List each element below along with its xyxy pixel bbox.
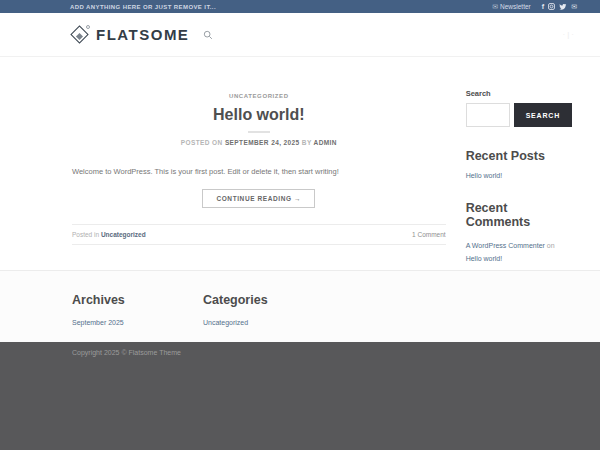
facebook-icon[interactable]: f: [542, 3, 544, 10]
continue-reading-button[interactable]: CONTINUE READING →: [202, 189, 315, 208]
instagram-icon[interactable]: [548, 3, 555, 10]
categories-title: Categories: [203, 293, 268, 307]
archives-title: Archives: [72, 293, 203, 307]
recent-comments-title: Recent Comments: [466, 201, 572, 229]
post-footer-meta: Posted in Uncategorized 1 Comment: [72, 224, 446, 245]
site-header: FLATSOME ·|·: [0, 13, 600, 57]
main-content: UNCATEGORIZED Hello world! POSTED ON SEP…: [0, 57, 600, 270]
topbar-message: ADD ANYTHING HERE OR JUST REMOVE IT...: [70, 4, 216, 10]
twitter-icon[interactable]: [559, 3, 567, 10]
categories-widget: Categories Uncategorized: [203, 293, 268, 342]
meta-posted-on: POSTED ON: [181, 139, 223, 146]
continue-reading-row: CONTINUE READING →: [72, 187, 446, 208]
copyright-text: Copyright 2025 © Flatsome Theme: [72, 349, 600, 356]
posted-in: Posted in Uncategorized: [72, 231, 146, 238]
comments-link[interactable]: 1 Comment: [412, 231, 446, 238]
archive-link[interactable]: September 2025: [72, 319, 203, 326]
top-bar: ADD ANYTHING HERE OR JUST REMOVE IT... ✉…: [0, 0, 600, 13]
newsletter-label: Newsletter: [500, 3, 531, 10]
post-excerpt: Welcome to WordPress. This is your first…: [72, 166, 446, 177]
category-link[interactable]: Uncategorized: [203, 319, 268, 326]
meta-by: BY: [302, 139, 312, 146]
archives-widget: Archives September 2025: [72, 293, 203, 342]
recent-posts-title: Recent Posts: [466, 149, 572, 163]
social-icons: f ✉: [542, 3, 577, 10]
recent-post-link[interactable]: Hello world!: [466, 172, 572, 179]
topbar-right: ✉ Newsletter f ✉: [492, 3, 577, 10]
footer-widgets: Archives September 2025 Categories Uncat…: [0, 270, 600, 342]
search-widget-label: Search: [466, 89, 572, 98]
newsletter-link[interactable]: ✉ Newsletter: [492, 3, 531, 10]
email-icon[interactable]: ✉: [571, 3, 577, 10]
header-secondary-icons: ·|·: [563, 30, 576, 39]
comment-post-link[interactable]: Hello world!: [466, 252, 572, 265]
meta-date: SEPTEMBER 24, 2025: [225, 139, 300, 146]
post-header: UNCATEGORIZED Hello world! POSTED ON SEP…: [72, 84, 446, 146]
posted-in-label: Posted in: [72, 231, 101, 238]
recent-comment-item: A WordPress Commenter on Hello world!: [466, 239, 572, 266]
post-article: UNCATEGORIZED Hello world! POSTED ON SEP…: [72, 57, 446, 270]
search-input[interactable]: [466, 103, 510, 127]
sidebar: Search SEARCH Recent Posts Hello world! …: [466, 57, 600, 270]
site-logo[interactable]: FLATSOME: [70, 25, 189, 45]
posted-in-category-link[interactable]: Uncategorized: [101, 231, 146, 238]
post-category-link[interactable]: UNCATEGORIZED: [229, 93, 289, 99]
logo-text: FLATSOME: [96, 26, 189, 43]
flatsome-diamond-icon: [70, 25, 90, 45]
search-submit-button[interactable]: SEARCH: [514, 103, 572, 127]
search-icon[interactable]: [203, 30, 213, 40]
absolute-footer: Copyright 2025 © Flatsome Theme: [0, 342, 600, 450]
meta-author-link[interactable]: ADMIN: [314, 139, 337, 146]
post-title[interactable]: Hello world!: [72, 106, 446, 124]
envelope-icon: ✉: [492, 3, 498, 10]
comment-connector: on: [545, 242, 555, 249]
search-widget: SEARCH: [466, 103, 572, 127]
title-divider: [248, 131, 270, 133]
post-meta: POSTED ON SEPTEMBER 24, 2025 BY ADMIN: [72, 139, 446, 146]
comment-author-link[interactable]: A WordPress Commenter: [466, 242, 545, 249]
page: ADD ANYTHING HERE OR JUST REMOVE IT... ✉…: [0, 0, 600, 450]
